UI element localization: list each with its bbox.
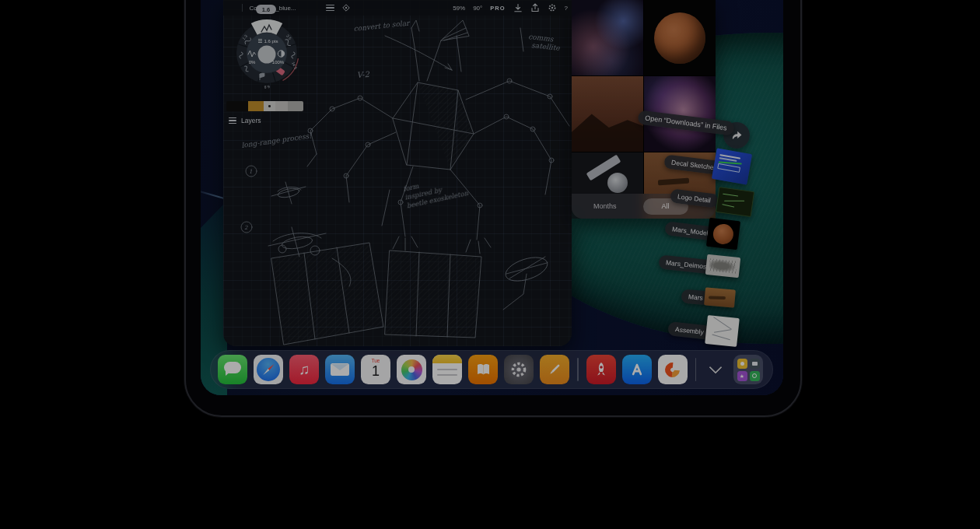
app-notes[interactable]: [432, 355, 462, 384]
c-ring-icon: [662, 359, 683, 380]
open-downloads-action[interactable]: Open “Downloads” in Files: [637, 110, 734, 136]
drag-label[interactable]: Logo Detail: [670, 188, 719, 208]
app-pages[interactable]: [540, 355, 569, 384]
thumb-assembly[interactable]: [705, 315, 740, 347]
music-note-icon: ♫: [299, 361, 310, 378]
open-book-icon: [474, 362, 492, 377]
app-c-ring[interactable]: [658, 355, 688, 384]
app-safari[interactable]: [254, 355, 283, 384]
app-photos[interactable]: [397, 355, 426, 384]
thumb-mars-deimos[interactable]: [705, 254, 740, 278]
app-settings[interactable]: [504, 355, 534, 384]
calendar-day: 1: [372, 364, 380, 378]
dock-chevron-down[interactable]: [704, 355, 727, 384]
mini-clock-icon: [750, 371, 760, 381]
dock: ♫ Tue 1: [210, 350, 773, 389]
thumb-mars[interactable]: [704, 287, 736, 307]
dock-divider: [695, 358, 697, 381]
app-rocket[interactable]: [586, 355, 616, 384]
calendar-weekday: Tue: [372, 358, 380, 363]
drag-drop-layer: Open “Downloads” in Files Decal Sketches…: [201, 0, 783, 395]
thumb-mars-model[interactable]: [706, 218, 740, 250]
app-messages[interactable]: [218, 355, 247, 384]
app-library[interactable]: ★: [733, 355, 763, 384]
pen-icon: [545, 360, 564, 379]
thumb-logo-detail[interactable]: [716, 187, 754, 217]
chevron-down-icon: [709, 361, 723, 374]
dock-divider: [577, 358, 579, 381]
app-app-store[interactable]: [622, 355, 652, 384]
mini-camera-icon: [750, 359, 760, 369]
gear-icon: [509, 359, 529, 380]
ipad-screen: convert to solar comms satellite V-2 lon…: [201, 0, 783, 395]
mini-tips-icon: [737, 359, 747, 369]
app-store-a-icon: [627, 359, 647, 380]
app-music[interactable]: ♫: [289, 355, 319, 384]
mini-star-icon: ★: [737, 371, 747, 381]
app-books[interactable]: [468, 355, 498, 384]
app-calendar[interactable]: Tue 1: [361, 355, 390, 384]
thumb-decal-sketches[interactable]: [712, 148, 752, 184]
app-mail[interactable]: [325, 355, 355, 384]
rocket-icon: [592, 360, 611, 379]
